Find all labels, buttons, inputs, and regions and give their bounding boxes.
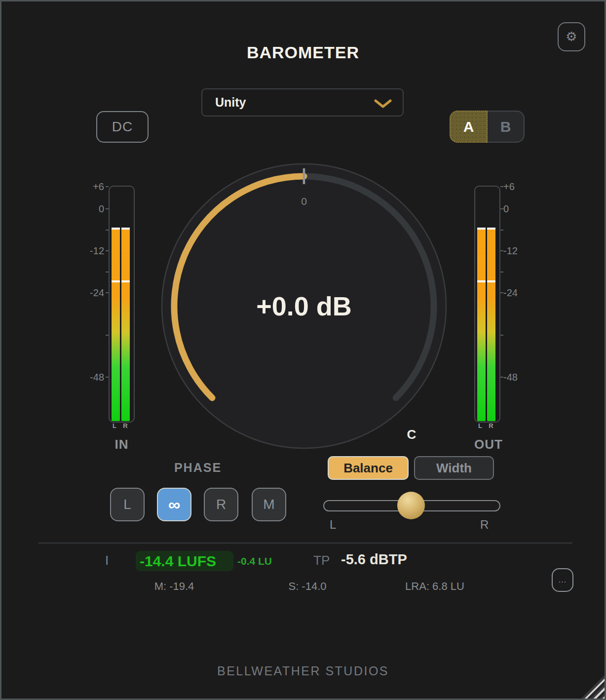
meter-scale-label: -48 bbox=[503, 371, 532, 383]
input-meter-bar-left bbox=[112, 228, 120, 421]
true-peak-label: TP bbox=[313, 553, 330, 568]
meter-scale-tick bbox=[106, 208, 109, 209]
meter-scale-tick bbox=[500, 230, 503, 231]
phase-left-button[interactable]: L bbox=[110, 488, 145, 521]
momentary-value: M: -19.4 bbox=[140, 580, 209, 593]
phase-section-label: PHASE bbox=[149, 461, 247, 475]
chevron-down-icon bbox=[374, 99, 392, 108]
short-term-value: S: -14.0 bbox=[273, 580, 342, 593]
meter-scale-tick bbox=[106, 292, 109, 293]
input-meter bbox=[109, 186, 135, 423]
ellipsis-icon: ... bbox=[559, 576, 567, 584]
phase-mono-button[interactable]: M bbox=[252, 488, 286, 521]
knob-zero-label: 0 bbox=[301, 195, 307, 207]
ab-toggle-b[interactable]: B bbox=[488, 111, 525, 143]
ab-toggle-a[interactable]: A bbox=[450, 111, 488, 143]
settings-button[interactable]: ⚙ bbox=[558, 22, 585, 51]
brand-footer: BELLWEATHER STUDIOS bbox=[1, 664, 605, 678]
input-meter-bar-right bbox=[121, 228, 130, 421]
balance-position-label: C bbox=[399, 427, 424, 442]
output-meter bbox=[474, 186, 500, 423]
output-meter-bar-left bbox=[477, 228, 486, 421]
output-channel-left-label: L bbox=[475, 422, 485, 429]
slider-min-label: L bbox=[330, 518, 336, 532]
meter-scale-tick bbox=[106, 230, 109, 231]
output-meter-bar-right bbox=[487, 228, 495, 421]
meter-scale-tick bbox=[106, 377, 109, 378]
output-channel-right-label: R bbox=[486, 422, 496, 429]
input-meter-label: IN bbox=[109, 437, 135, 452]
input-channel-left-label: L bbox=[110, 422, 119, 429]
meter-scale-label: -12 bbox=[503, 245, 532, 257]
balance-mode-button[interactable]: Balance bbox=[328, 456, 409, 480]
input-channel-right-label: R bbox=[120, 422, 130, 429]
meter-scale-label: -24 bbox=[503, 287, 532, 299]
meter-scale-tick bbox=[500, 272, 503, 272]
more-options-button[interactable]: ... bbox=[552, 568, 573, 592]
meter-scale-tick bbox=[106, 186, 109, 187]
meter-scale-tick bbox=[500, 335, 503, 336]
phase-link-button[interactable]: ∞ bbox=[157, 488, 191, 521]
loudness-range-value: LRA: 6.8 LU bbox=[395, 580, 474, 593]
page-title: BAROMETER bbox=[1, 43, 605, 62]
meter-scale-tick bbox=[106, 272, 109, 272]
gear-icon: ⚙ bbox=[566, 29, 577, 44]
plugin-window: BAROMETER ⚙ Unity DC A B L R IN bbox=[0, 0, 606, 700]
integrated-lufs-value: -14.4 LUFS bbox=[136, 551, 233, 571]
loudness-offset-value: -0.4 LU bbox=[237, 555, 272, 567]
meter-scale-label: 0 bbox=[76, 203, 104, 215]
meter-scale-label: -24 bbox=[76, 287, 104, 299]
ab-compare-toggle: A B bbox=[450, 111, 525, 143]
phase-right-button[interactable]: R bbox=[204, 488, 238, 521]
meter-scale-label: 0 bbox=[503, 203, 532, 215]
integrated-lufs-badge: -14.4 LUFS bbox=[136, 551, 233, 571]
output-meter-label: OUT bbox=[474, 437, 500, 452]
meter-scale-tick bbox=[106, 335, 109, 336]
window-resize-handle[interactable] bbox=[581, 675, 605, 699]
meter-scale-label: -48 bbox=[76, 371, 104, 383]
gain-value-readout: +0.0 dB bbox=[205, 291, 403, 321]
meter-scale-label: +6 bbox=[76, 181, 104, 193]
balance-slider-handle[interactable] bbox=[397, 492, 425, 519]
meter-scale-tick bbox=[106, 250, 109, 251]
meter-scale-label: -12 bbox=[76, 245, 104, 257]
true-peak-value: -5.6 dBTP bbox=[341, 551, 407, 568]
preset-selected-value: Unity bbox=[202, 95, 246, 110]
slider-max-label: R bbox=[480, 518, 489, 532]
width-mode-button[interactable]: Width bbox=[414, 456, 494, 480]
stats-divider bbox=[38, 543, 572, 544]
dc-offset-button[interactable]: DC bbox=[96, 111, 149, 143]
integrated-label: I bbox=[105, 553, 109, 568]
preset-dropdown[interactable]: Unity bbox=[201, 88, 404, 117]
meter-scale-label: +6 bbox=[503, 181, 532, 193]
